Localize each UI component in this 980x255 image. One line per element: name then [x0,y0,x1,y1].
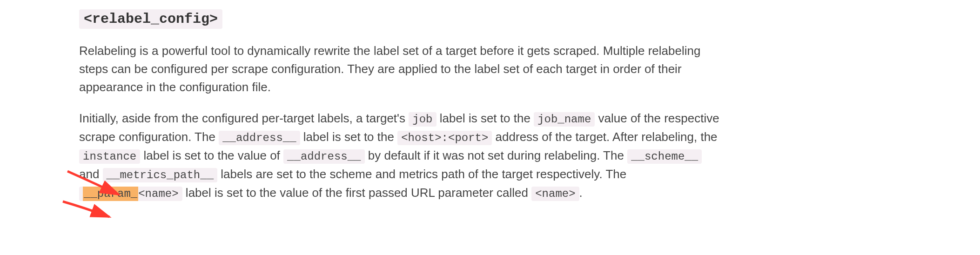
text-segment: . [579,186,583,200]
text-segment: address of the target. After relabeling,… [492,130,717,144]
code-address-2: __address__ [283,149,364,164]
text-segment: by default if it was not set during rela… [365,148,628,162]
code-job: job [409,112,436,127]
code-param-rest: <name> [138,188,178,200]
text-segment: label is set to the [300,130,398,144]
code-job-name: job_name [534,112,595,127]
code-scheme: __scheme__ [627,149,702,164]
heading-code: <relabel_config> [79,9,222,29]
text-segment: label is set to the value of the first p… [182,186,532,200]
code-host-port: <host>:<port> [397,131,492,145]
annotation-arrow-icon [65,169,126,201]
text-segment: label is set to the [436,111,534,125]
text-segment: Initially, aside from the configured per… [79,111,409,125]
section-heading: <relabel_config> [79,9,721,42]
code-address: __address__ [219,131,300,145]
document-content: <relabel_config> Relabeling is a powerfu… [79,9,721,202]
annotation-arrow-icon [60,199,116,222]
code-name: <name> [531,187,579,201]
text-segment: labels are set to the scheme and metrics… [217,167,626,181]
code-instance: instance [79,149,140,164]
paragraph-intro: Relabeling is a powerful tool to dynamic… [79,42,721,96]
paragraph-details: Initially, aside from the configured per… [79,109,721,202]
text-segment: label is set to the value of [140,148,283,162]
